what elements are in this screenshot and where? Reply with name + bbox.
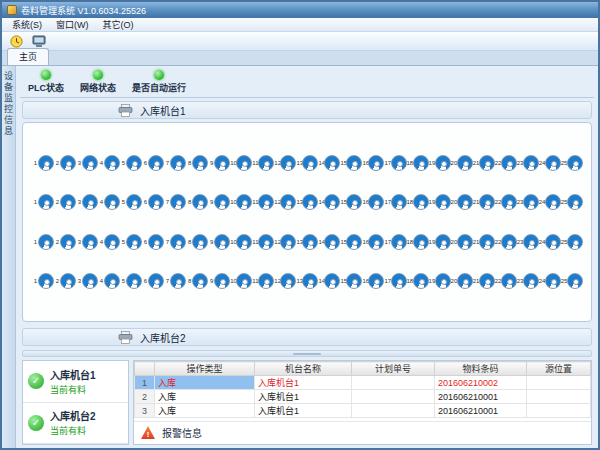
slot-gauge[interactable]: 23 xyxy=(517,234,538,250)
slot-gauge[interactable]: 8 xyxy=(186,273,207,289)
slot-gauge[interactable]: 1 xyxy=(32,273,53,289)
horizontal-splitter[interactable] xyxy=(22,350,592,357)
slot-gauge[interactable]: 10 xyxy=(230,273,251,289)
side-vertical-tab[interactable]: 设备监控信息 xyxy=(2,66,16,448)
slot-gauge[interactable]: 18 xyxy=(407,273,428,289)
slot-gauge[interactable]: 24 xyxy=(539,234,560,250)
slot-gauge[interactable]: 12 xyxy=(274,194,295,210)
slot-gauge[interactable]: 18 xyxy=(407,234,428,250)
slot-gauge[interactable]: 21 xyxy=(473,155,494,171)
slot-gauge[interactable]: 24 xyxy=(539,155,560,171)
slot-gauge[interactable]: 18 xyxy=(407,194,428,210)
slot-gauge[interactable]: 6 xyxy=(142,155,163,171)
slot-gauge[interactable]: 1 xyxy=(32,155,53,171)
slot-gauge[interactable]: 23 xyxy=(517,273,538,289)
slot-gauge[interactable]: 19 xyxy=(429,234,450,250)
slot-gauge[interactable]: 6 xyxy=(142,194,163,210)
slot-gauge[interactable]: 24 xyxy=(539,273,560,289)
slot-gauge[interactable]: 11 xyxy=(252,234,273,250)
menu-item-0[interactable]: 系统(S) xyxy=(5,18,49,31)
machine2-print-button[interactable] xyxy=(118,331,133,344)
slot-gauge[interactable]: 11 xyxy=(252,155,273,171)
slot-gauge[interactable]: 3 xyxy=(76,155,97,171)
slot-gauge[interactable]: 15 xyxy=(340,155,361,171)
slot-gauge[interactable]: 3 xyxy=(76,234,97,250)
slot-gauge[interactable]: 19 xyxy=(429,155,450,171)
slot-gauge[interactable]: 25 xyxy=(561,273,582,289)
slot-gauge[interactable]: 13 xyxy=(296,273,317,289)
slot-gauge[interactable]: 21 xyxy=(473,234,494,250)
slot-gauge[interactable]: 6 xyxy=(142,273,163,289)
slot-gauge[interactable]: 16 xyxy=(362,234,383,250)
slot-gauge[interactable]: 7 xyxy=(164,194,185,210)
slot-gauge[interactable]: 9 xyxy=(208,234,229,250)
slot-gauge[interactable]: 14 xyxy=(318,234,339,250)
slot-gauge[interactable]: 5 xyxy=(120,155,141,171)
slot-gauge[interactable]: 4 xyxy=(98,234,119,250)
slot-gauge[interactable]: 20 xyxy=(451,273,472,289)
slot-gauge[interactable]: 16 xyxy=(362,273,383,289)
slot-gauge[interactable]: 19 xyxy=(429,273,450,289)
slot-gauge[interactable]: 25 xyxy=(561,194,582,210)
table-row[interactable]: 3入库入库机台1201606210001 xyxy=(135,404,591,418)
slot-gauge[interactable]: 4 xyxy=(98,155,119,171)
slot-gauge[interactable]: 21 xyxy=(473,194,494,210)
slot-gauge[interactable]: 1 xyxy=(32,234,53,250)
slot-gauge[interactable]: 20 xyxy=(451,194,472,210)
toolbar-clock-button[interactable] xyxy=(7,33,25,49)
slot-gauge[interactable]: 5 xyxy=(120,273,141,289)
slot-gauge[interactable]: 13 xyxy=(296,194,317,210)
slot-gauge[interactable]: 22 xyxy=(495,155,516,171)
slot-gauge[interactable]: 2 xyxy=(54,194,75,210)
slot-gauge[interactable]: 25 xyxy=(561,155,582,171)
table-row[interactable]: 1入库入库机台1201606210002 xyxy=(135,376,591,390)
slot-gauge[interactable]: 22 xyxy=(495,194,516,210)
menu-item-2[interactable]: 其它(O) xyxy=(96,18,141,31)
slot-gauge[interactable]: 8 xyxy=(186,155,207,171)
slot-gauge[interactable]: 24 xyxy=(539,194,560,210)
slot-gauge[interactable]: 15 xyxy=(340,194,361,210)
slot-gauge[interactable]: 25 xyxy=(561,234,582,250)
slot-gauge[interactable]: 16 xyxy=(362,194,383,210)
slot-gauge[interactable]: 7 xyxy=(164,273,185,289)
slot-gauge[interactable]: 11 xyxy=(252,194,273,210)
slot-gauge[interactable]: 15 xyxy=(340,273,361,289)
slot-gauge[interactable]: 18 xyxy=(407,155,428,171)
slot-gauge[interactable]: 10 xyxy=(230,194,251,210)
slot-gauge[interactable]: 8 xyxy=(186,234,207,250)
slot-gauge[interactable]: 9 xyxy=(208,194,229,210)
slot-gauge[interactable]: 2 xyxy=(54,234,75,250)
slot-gauge[interactable]: 17 xyxy=(385,273,406,289)
table-row[interactable]: 2入库入库机台1201606210001 xyxy=(135,390,591,404)
slot-gauge[interactable]: 17 xyxy=(385,155,406,171)
slot-gauge[interactable]: 3 xyxy=(76,273,97,289)
slot-gauge[interactable]: 19 xyxy=(429,194,450,210)
slot-gauge[interactable]: 4 xyxy=(98,273,119,289)
slot-gauge[interactable]: 11 xyxy=(252,273,273,289)
machine1-print-button[interactable] xyxy=(118,104,133,117)
operation-table[interactable]: 操作类型机台名称计划单号物料条码源位置 1入库入库机台1201606210002… xyxy=(134,361,591,418)
slot-gauge[interactable]: 9 xyxy=(208,273,229,289)
slot-gauge[interactable]: 15 xyxy=(340,234,361,250)
slot-gauge[interactable]: 14 xyxy=(318,155,339,171)
slot-gauge[interactable]: 21 xyxy=(473,273,494,289)
slot-gauge[interactable]: 2 xyxy=(54,273,75,289)
slot-gauge[interactable]: 20 xyxy=(451,155,472,171)
slot-gauge[interactable]: 7 xyxy=(164,234,185,250)
slot-gauge[interactable]: 12 xyxy=(274,273,295,289)
slot-gauge[interactable]: 16 xyxy=(362,155,383,171)
slot-gauge[interactable]: 17 xyxy=(385,194,406,210)
slot-gauge[interactable]: 17 xyxy=(385,234,406,250)
toolbar-device-button[interactable] xyxy=(30,33,48,49)
slot-gauge[interactable]: 12 xyxy=(274,234,295,250)
tab-home[interactable]: 主页 xyxy=(7,48,49,65)
slot-gauge[interactable]: 10 xyxy=(230,155,251,171)
slot-gauge[interactable]: 7 xyxy=(164,155,185,171)
slot-gauge[interactable]: 13 xyxy=(296,155,317,171)
slot-gauge[interactable]: 6 xyxy=(142,234,163,250)
slot-gauge[interactable]: 20 xyxy=(451,234,472,250)
machine-status-card-0[interactable]: ✓入库机台1当前有料 xyxy=(23,361,128,403)
machine-status-card-1[interactable]: ✓入库机台2当前有料 xyxy=(23,403,128,445)
slot-gauge[interactable]: 2 xyxy=(54,155,75,171)
slot-gauge[interactable]: 5 xyxy=(120,194,141,210)
